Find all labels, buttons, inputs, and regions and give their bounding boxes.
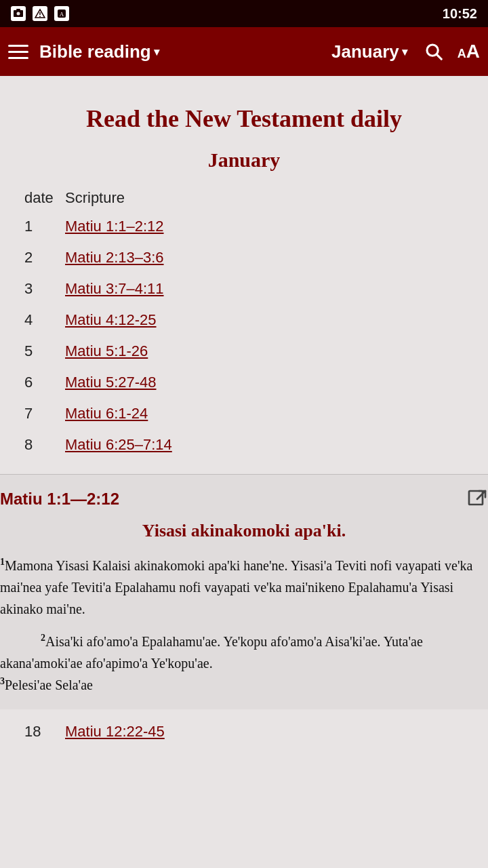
scripture-cell[interactable]: Matiu 5:1-26 xyxy=(65,336,464,367)
scripture-link[interactable]: Matiu 12:22-45 xyxy=(65,723,165,740)
scripture-link[interactable]: Matiu 6:1-24 xyxy=(65,405,148,422)
large-font-label: A xyxy=(466,41,480,62)
main-content: Read the New Testament daily January dat… xyxy=(0,76,488,474)
scripture-link[interactable]: Matiu 5:1-26 xyxy=(65,342,148,359)
svg-rect-10 xyxy=(469,491,483,505)
external-link-icon xyxy=(466,488,488,510)
verse-2: 2Aisa'ki afo'amo'a Epalahamu'ae. Ye'kopu… xyxy=(0,631,488,674)
table-row: 2 Matiu 2:13–3:6 xyxy=(24,242,464,273)
verse-num-2: 2 xyxy=(41,633,45,643)
scripture-cell[interactable]: Matiu 6:25–7:14 xyxy=(65,429,464,460)
month-label: January xyxy=(331,41,399,62)
table-row: 7 Matiu 6:1-24 xyxy=(24,398,464,429)
passage-title: Yisasi akinakomoki apa'ki. xyxy=(0,521,488,541)
scripture-cell[interactable]: Matiu 2:13–3:6 xyxy=(65,242,464,273)
date-cell: 1 xyxy=(24,211,65,242)
svg-rect-4 xyxy=(39,12,41,15)
scripture-cell[interactable]: Matiu 1:1–2:12 xyxy=(65,211,464,242)
date-cell: 7 xyxy=(24,398,65,429)
date-cell: 6 xyxy=(24,367,65,398)
passage-reference: Matiu 1:1—2:12 xyxy=(0,490,119,509)
search-button[interactable] xyxy=(421,39,447,64)
svg-point-1 xyxy=(17,12,20,16)
font-size-button[interactable]: AA xyxy=(458,41,480,62)
svg-rect-5 xyxy=(39,16,41,18)
month-section-heading: January xyxy=(24,149,464,172)
bottom-row: 18 Matiu 12:22-45 xyxy=(0,709,488,754)
status-time: 10:52 xyxy=(443,6,477,22)
page-heading: Read the New Testament daily xyxy=(24,76,464,149)
small-font-label: A xyxy=(458,47,466,61)
table-row: 18 Matiu 12:22-45 xyxy=(24,716,464,747)
date-cell: 4 xyxy=(24,304,65,336)
scripture-cell[interactable]: Matiu 6:1-24 xyxy=(65,398,464,429)
svg-text:A: A xyxy=(60,11,64,18)
search-icon xyxy=(424,41,444,62)
scripture-cell[interactable]: Matiu 4:12-25 xyxy=(65,304,464,336)
date-cell: 18 xyxy=(24,716,65,747)
month-dropdown[interactable]: January ▾ xyxy=(331,41,407,62)
table-row: 4 Matiu 4:12-25 xyxy=(24,304,464,336)
status-bar: A 10:52 xyxy=(0,0,488,27)
alert-icon xyxy=(33,6,47,21)
scripture-link[interactable]: Matiu 6:25–7:14 xyxy=(65,436,172,453)
bottom-reading-table: 18 Matiu 12:22-45 xyxy=(24,716,464,747)
table-row: 6 Matiu 5:27-48 xyxy=(24,367,464,398)
scripture-cell[interactable]: Matiu 12:22-45 xyxy=(65,716,464,747)
svg-rect-2 xyxy=(16,9,20,10)
verse-num-1: 1 xyxy=(0,557,5,567)
table-row: 1 Matiu 1:1–2:12 xyxy=(24,211,464,242)
date-column-header: date xyxy=(24,185,65,211)
svg-line-9 xyxy=(436,54,441,59)
menu-button[interactable] xyxy=(8,39,34,64)
scripture-link[interactable]: Matiu 1:1–2:12 xyxy=(65,218,164,235)
bible-reading-dropdown[interactable]: Bible reading ▾ xyxy=(39,41,326,62)
scripture-link[interactable]: Matiu 3:7–4:11 xyxy=(65,280,164,297)
scripture-link[interactable]: Matiu 5:27-48 xyxy=(65,374,157,391)
passage-text: 1Mamona Yisasi Kalaisi akinakomoki apa'k… xyxy=(0,555,488,696)
table-row: 3 Matiu 3:7–4:11 xyxy=(24,273,464,304)
month-dropdown-arrow: ▾ xyxy=(402,45,407,58)
scripture-column-header: Scripture xyxy=(65,185,464,211)
date-cell: 3 xyxy=(24,273,65,304)
open-external-button[interactable] xyxy=(466,488,488,510)
app-toolbar: Bible reading ▾ January ▾ AA xyxy=(0,27,488,76)
scripture-cell[interactable]: Matiu 3:7–4:11 xyxy=(65,273,464,304)
passage-header: Matiu 1:1—2:12 xyxy=(0,488,488,510)
toolbar-title-label: Bible reading xyxy=(39,41,151,62)
svg-line-11 xyxy=(477,491,485,499)
scripture-link[interactable]: Matiu 2:13–3:6 xyxy=(65,249,164,266)
reading-table: date Scripture 1 Matiu 1:1–2:12 2 Matiu … xyxy=(24,185,464,460)
table-row: 8 Matiu 6:25–7:14 xyxy=(24,429,464,460)
date-cell: 8 xyxy=(24,429,65,460)
title-dropdown-arrow: ▾ xyxy=(154,45,159,58)
verse-num-3: 3 xyxy=(0,676,5,686)
table-row: 5 Matiu 5:1-26 xyxy=(24,336,464,367)
scripture-cell[interactable]: Matiu 5:27-48 xyxy=(65,367,464,398)
app-icon: A xyxy=(54,6,69,21)
photo-icon xyxy=(11,6,26,21)
verse-1: 1Mamona Yisasi Kalaisi akinakomoki apa'k… xyxy=(0,555,488,620)
scripture-link[interactable]: Matiu 4:12-25 xyxy=(65,311,157,328)
date-cell: 5 xyxy=(24,336,65,367)
toolbar-actions: AA xyxy=(421,39,480,64)
passage-panel: Matiu 1:1—2:12 Yisasi akinakomoki apa'ki… xyxy=(0,474,488,709)
date-cell: 2 xyxy=(24,242,65,273)
status-bar-icons: A xyxy=(11,6,69,21)
